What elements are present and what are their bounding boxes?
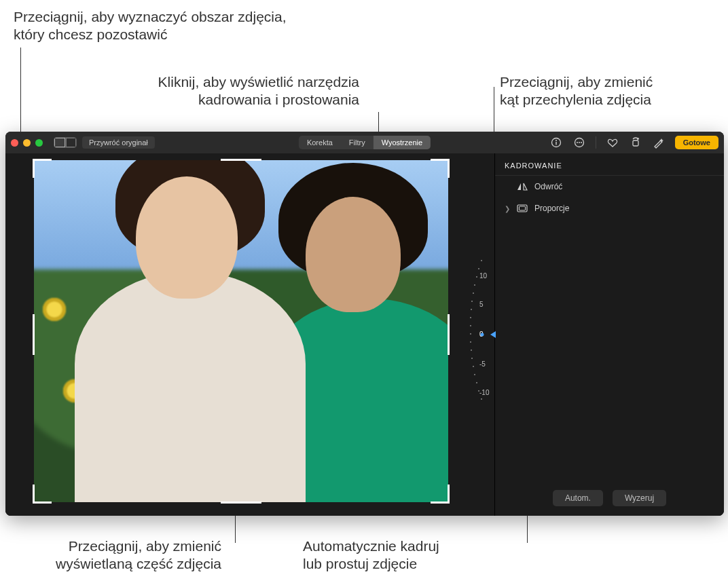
- maximize-window-button[interactable]: [35, 139, 43, 147]
- dial-label-minus5: -5: [479, 360, 486, 368]
- svg-rect-9: [520, 206, 526, 210]
- favorite-icon[interactable]: [606, 136, 619, 149]
- dial-pointer-icon: [490, 331, 496, 338]
- dial-label-plus5: 5: [479, 301, 484, 308]
- svg-point-4: [577, 142, 578, 143]
- callout-view-drag: Przeciągnij, aby zmienić wyświetlaną czę…: [31, 537, 221, 573]
- edit-mode-tabs: Korekta Filtry Wyostrzenie: [299, 136, 431, 149]
- svg-point-6: [581, 142, 582, 143]
- callout-crop-drag: Przeciągnij, aby wyznaczyć obszar zdjęci…: [14, 8, 287, 44]
- aspect-row[interactable]: ❯ Proporcje: [495, 197, 724, 219]
- info-icon[interactable]: [549, 136, 563, 149]
- grid-view-icon: [54, 138, 65, 147]
- panel-header: KADROWANIE: [495, 159, 724, 176]
- svg-rect-7: [633, 140, 638, 146]
- reset-button[interactable]: Wyzeruj: [613, 490, 666, 506]
- minimize-window-button[interactable]: [23, 139, 31, 147]
- callout-auto-crop: Automatycznie kadruj lub prostuj zdjęcie: [303, 537, 439, 573]
- svg-rect-2: [556, 142, 556, 145]
- rotate-icon[interactable]: [629, 136, 642, 149]
- tab-adjust[interactable]: Korekta: [299, 136, 341, 149]
- aspect-label: Proporcje: [534, 204, 569, 213]
- window-controls: [11, 139, 43, 147]
- dial-label-plus10: 10: [479, 272, 487, 280]
- done-button[interactable]: Gotowe: [675, 136, 718, 149]
- dial-label-minus10: -10: [479, 389, 489, 396]
- callout-tilt-drag: Przeciągnij, aby zmienić kąt przechyleni…: [500, 73, 653, 109]
- callout-tools-click: Kliknij, aby wyświetlić narzędzia kadrow…: [101, 73, 359, 109]
- close-window-button[interactable]: [11, 139, 18, 147]
- toolbar: Przywróć oryginał Korekta Filtry Wyostrz…: [5, 132, 724, 153]
- crop-panel: KADROWANIE Odwróć ❯ Proporcje Autom. Wyz…: [494, 153, 724, 516]
- photo-preview[interactable]: [34, 160, 448, 502]
- editor-main: 10 5 0 -5 -10 KADROWANIE Odwróć ❯: [5, 153, 724, 516]
- dial-ticks: [462, 260, 509, 409]
- view-mode-toggle[interactable]: [54, 137, 77, 148]
- panel-footer: Autom. Wyzeruj: [495, 480, 724, 516]
- flip-row[interactable]: Odwróć: [495, 176, 724, 197]
- separator: [596, 136, 596, 149]
- svg-point-1: [556, 140, 557, 141]
- chevron-right-icon: ❯: [505, 205, 510, 212]
- spacer: [505, 183, 510, 191]
- svg-point-5: [579, 142, 580, 143]
- flip-icon: [517, 181, 528, 192]
- auto-enhance-icon[interactable]: [652, 136, 666, 149]
- straighten-dial[interactable]: 10 5 0 -5 -10: [462, 260, 509, 409]
- app-window: Przywróć oryginał Korekta Filtry Wyostrz…: [5, 132, 724, 516]
- tab-filters[interactable]: Filtry: [341, 136, 374, 149]
- aspect-icon: [517, 203, 528, 214]
- single-view-icon: [66, 138, 76, 147]
- flip-label: Odwróć: [534, 182, 562, 191]
- dial-center-dot: [481, 333, 484, 337]
- more-icon[interactable]: [572, 136, 586, 149]
- canvas-area: 10 5 0 -5 -10: [5, 153, 494, 516]
- auto-button[interactable]: Autom.: [553, 490, 603, 506]
- revert-original-button[interactable]: Przywróć oryginał: [82, 136, 155, 149]
- tab-crop[interactable]: Wyostrzenie: [374, 136, 431, 149]
